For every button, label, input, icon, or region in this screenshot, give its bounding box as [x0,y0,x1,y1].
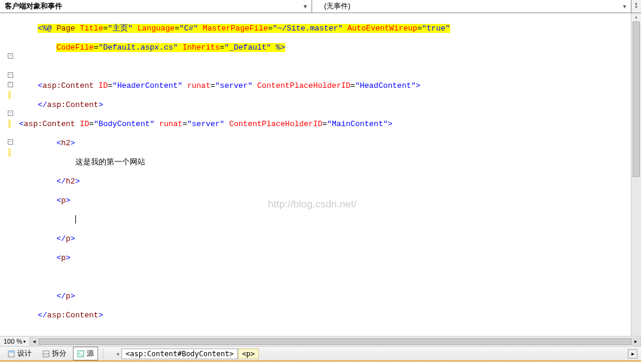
change-marker [8,91,11,99]
watermark-text: http://blog.csdn.net/ [268,200,356,209]
source-label: 源 [87,348,94,359]
split-label: 拆分 [52,348,66,359]
change-marker [8,148,11,157]
change-marker [8,120,11,128]
chevron-right-icon[interactable]: ▸ [628,349,637,359]
svg-rect-4 [78,351,84,357]
horizontal-scroll-row: 100 % ▾ ◂ ▸ [0,336,641,346]
svg-rect-1 [8,351,14,353]
horizontal-scrollbar[interactable]: ◂ ▸ [29,337,641,346]
fold-toggle[interactable]: - [8,72,13,78]
vertical-scrollbar[interactable]: ▴ [631,13,641,336]
text-cursor [75,215,76,224]
fold-toggle[interactable]: - [8,53,13,59]
scroll-thumb[interactable] [39,338,631,345]
separator [103,348,103,359]
events-label: (无事件) [324,1,350,11]
split-toggle-icon[interactable]: ↕ [631,0,641,13]
chevron-down-icon: ▾ [623,3,626,10]
fold-toggle[interactable]: - [8,82,13,87]
chevron-left-icon[interactable]: ◂ [113,350,121,357]
code-editor[interactable]: - - - - - <%@ Page Title="主页" Language="… [0,13,641,336]
scroll-right-icon[interactable]: ▸ [631,337,640,346]
events-dropdown[interactable]: (无事件) ▾ [312,0,631,13]
split-icon [42,350,50,357]
client-objects-dropdown[interactable]: 客户端对象和事件 ▾ [0,0,312,13]
design-label: 设计 [17,348,32,359]
tag-breadcrumbs: ◂ <asp:Content#BodyContent> <p> ▸ [113,348,637,359]
breadcrumb-item[interactable]: <asp:Content#BodyContent> [121,348,238,359]
scroll-thumb[interactable] [633,22,640,177]
design-icon [8,350,15,357]
client-objects-label: 客户端对象和事件 [5,1,62,11]
object-event-bar: 客户端对象和事件 ▾ (无事件) ▾ ↕ [0,0,641,13]
scroll-up-icon[interactable]: ▴ [631,13,641,22]
editor-gutter: - - - - - [0,13,17,336]
code-content[interactable]: <%@ Page Title="主页" Language="C#" Master… [17,13,631,336]
breadcrumb-item-current[interactable]: <p> [238,348,260,359]
fold-toggle[interactable]: - [8,111,13,116]
source-icon [77,350,84,357]
fold-toggle[interactable]: - [8,139,13,145]
scroll-left-icon[interactable]: ◂ [30,337,39,346]
chevron-down-icon: ▾ [304,3,307,10]
